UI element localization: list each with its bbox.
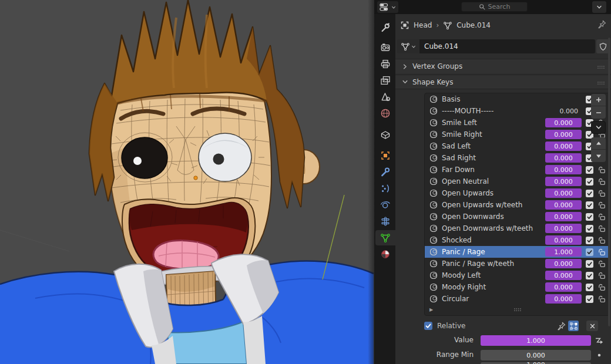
shape-key-row[interactable]: Shocked 0.000	[425, 234, 610, 246]
shape-key-mute-checkbox[interactable]	[586, 284, 593, 291]
shape-key-row[interactable]: Panic / Rage 1.000	[425, 246, 610, 258]
tab-physics-properties[interactable]	[375, 197, 395, 213]
move-shape-key-down-button[interactable]	[591, 150, 606, 162]
shape-key-row[interactable]: Panic / Rage w/teeth 0.000	[425, 258, 610, 269]
shape-key-mute-checkbox[interactable]	[586, 213, 593, 221]
tab-render-properties[interactable]	[375, 40, 395, 55]
shape-key-lock-open-icon[interactable]	[597, 166, 606, 174]
pin-id-icon[interactable]	[597, 20, 606, 29]
shape-key-value-slider[interactable]: 0.000	[545, 224, 582, 233]
shape-key-lock-open-icon[interactable]	[597, 177, 606, 186]
shape-key-value-slider[interactable]: 0.000	[545, 130, 582, 139]
shape-key-row[interactable]: -----MOUTH----- 0.000	[425, 105, 610, 117]
shape-key-row[interactable]: Open Downwards 0.000	[425, 211, 610, 223]
tab-particles-properties[interactable]	[375, 181, 395, 196]
shape-key-row[interactable]: Smile Right 0.000	[425, 129, 610, 140]
3d-viewport[interactable]	[0, 0, 374, 364]
relative-checkbox[interactable]	[424, 322, 432, 330]
shape-key-value-slider[interactable]: 0.000	[545, 212, 582, 221]
tab-tool-properties[interactable]	[375, 20, 395, 35]
shape-key-value-slider[interactable]: 0.000	[545, 200, 582, 210]
tab-modifiers-properties[interactable]	[375, 164, 395, 180]
shape-key-lock-open-icon[interactable]	[597, 259, 606, 268]
shape-key-row[interactable]: Open Upwards w/teeth 0.000	[425, 199, 610, 211]
tab-material-properties[interactable]	[375, 247, 395, 262]
tab-world-properties[interactable]	[375, 106, 395, 121]
vertex-groups-panel-header[interactable]: Vertex Groups	[395, 59, 611, 73]
shape-key-mute-checkbox[interactable]	[586, 201, 593, 209]
datablock-name-field[interactable]: Cube.014	[419, 39, 595, 53]
shape-key-mute-checkbox[interactable]	[586, 295, 593, 303]
shape-key-mute-checkbox[interactable]	[586, 166, 593, 174]
shape-key-lock-open-icon[interactable]	[597, 201, 606, 209]
shape-key-mute-checkbox[interactable]	[586, 272, 593, 279]
tab-data-properties[interactable]	[375, 230, 395, 245]
clear-shape-keys-button[interactable]	[586, 321, 598, 331]
shape-key-lock-open-icon[interactable]	[597, 189, 606, 197]
shape-key-specials-menu-button[interactable]	[591, 121, 606, 134]
shape-key-mute-checkbox[interactable]	[586, 190, 593, 197]
shape-key-row[interactable]: Open Downwards w/teeth 0.000	[425, 223, 610, 234]
shape-key-value-slider[interactable]: 0.000	[545, 141, 582, 151]
tab-constraints-properties[interactable]	[375, 214, 395, 229]
panel-drag-grip[interactable]	[597, 80, 605, 86]
shape-key-value-slider[interactable]: 0.000	[545, 118, 582, 127]
shape-key-row[interactable]: Circular 0.000	[425, 293, 610, 305]
tab-object-properties[interactable]	[375, 148, 395, 163]
shape-key-pin-button[interactable]	[556, 321, 566, 331]
shape-key-value-slider[interactable]: 0.000	[545, 153, 582, 163]
shape-key-row[interactable]: Smile Left 0.000	[425, 117, 610, 129]
shape-key-row[interactable]: Moody Left 0.000	[425, 269, 610, 281]
header-options-button[interactable]	[592, 1, 606, 13]
keyframe-decorator-icon[interactable]	[595, 350, 604, 360]
shape-key-mute-checkbox[interactable]	[586, 237, 593, 244]
shape-key-value-slider[interactable]: 0.000	[545, 188, 582, 198]
shape-key-value-slider[interactable]: 0.000	[545, 294, 582, 304]
mesh-datablock-menu-button[interactable]	[397, 39, 419, 53]
shape-key-row[interactable]: Far Down 0.000	[425, 164, 610, 176]
editor-type-button[interactable]	[377, 1, 398, 13]
shape-key-value-slider[interactable]: 0.000	[545, 259, 582, 268]
shape-key-lock-open-icon[interactable]	[597, 248, 606, 256]
shape-key-row[interactable]: Moody Right 0.000	[425, 281, 610, 293]
tab-output-properties[interactable]	[375, 56, 395, 72]
shape-key-mute-checkbox[interactable]	[586, 260, 593, 268]
shape-key-mute-checkbox[interactable]	[586, 248, 593, 256]
range-min-field[interactable]: 0.000	[481, 350, 591, 360]
shape-key-value-slider[interactable]: 0.000	[545, 177, 582, 186]
shape-key-lock-open-icon[interactable]	[597, 213, 606, 221]
shape-key-mute-checkbox[interactable]	[586, 178, 593, 186]
shape-key-value-slider[interactable]: 0.000	[545, 165, 582, 174]
tab-collection-properties[interactable]	[375, 127, 395, 143]
shape-key-mute-checkbox[interactable]	[586, 225, 593, 232]
panel-drag-grip[interactable]	[597, 65, 605, 70]
search-input[interactable]: Search	[461, 2, 528, 12]
panel-scrollbar[interactable]	[608, 38, 610, 326]
shape-keys-panel-header[interactable]: Shape Keys	[395, 75, 611, 89]
move-shape-key-up-button[interactable]	[591, 137, 606, 150]
add-shape-key-button[interactable]	[591, 94, 606, 106]
animate-decorator-icon[interactable]	[595, 336, 604, 345]
tab-viewlayer-properties[interactable]	[375, 73, 395, 88]
shape-key-lock-open-icon[interactable]	[597, 295, 606, 303]
shape-key-row[interactable]: Open Upwards 0.000	[425, 187, 610, 199]
shape-key-value-slider[interactable]: 1.000	[481, 335, 591, 346]
shape-key-row[interactable]: Sad Left 0.000	[425, 140, 610, 152]
shape-key-edit-mode-button[interactable]	[568, 321, 579, 331]
shape-key-row[interactable]: Open Neutral 0.000	[425, 176, 610, 187]
shape-key-value-slider[interactable]: 0.000	[545, 282, 582, 292]
shape-key-row[interactable]: Sad Right 0.000	[425, 152, 610, 164]
shape-key-value-slider[interactable]: 0.000	[545, 235, 582, 245]
shape-key-value-slider[interactable]: 1.000	[545, 247, 582, 257]
fake-user-button[interactable]	[596, 39, 609, 53]
shape-key-lock-open-icon[interactable]	[597, 224, 606, 232]
shape-key-lock-open-icon[interactable]	[597, 236, 606, 244]
breadcrumb-object[interactable]: Head	[414, 21, 432, 29]
list-expand-arrow[interactable]: ▶	[429, 307, 433, 312]
shape-key-lock-open-icon[interactable]	[597, 283, 606, 291]
breadcrumb-data[interactable]: Cube.014	[456, 21, 491, 29]
shape-key-lock-open-icon[interactable]	[597, 271, 606, 279]
shape-key-value-slider[interactable]: 0.000	[545, 271, 582, 280]
shape-key-row[interactable]: Basis	[425, 93, 610, 105]
tab-scene-properties[interactable]	[375, 89, 395, 105]
